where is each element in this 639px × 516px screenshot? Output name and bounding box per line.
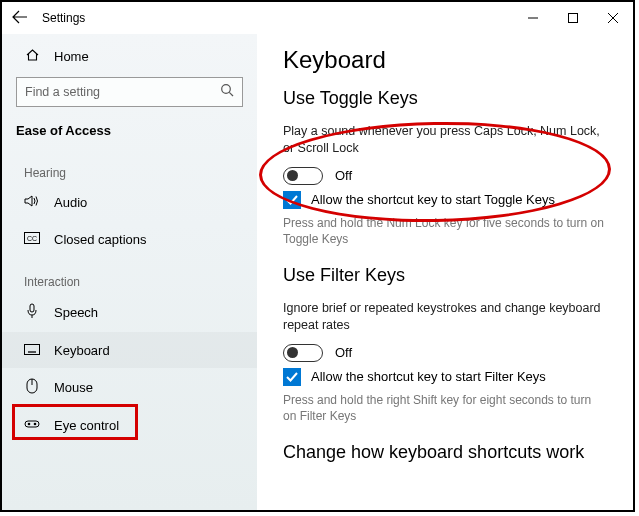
keyboard-icon — [24, 342, 40, 358]
title-bar: Settings — [2, 2, 633, 34]
toggle-keys-desc: Play a sound whenever you press Caps Loc… — [283, 123, 605, 157]
content-pane: Keyboard Use Toggle Keys Play a sound wh… — [257, 34, 633, 510]
mouse-icon — [24, 378, 40, 397]
svg-point-17 — [34, 423, 37, 426]
category-interaction: Interaction — [2, 257, 257, 293]
minimize-button[interactable] — [513, 2, 553, 34]
microphone-icon — [24, 303, 40, 322]
svg-rect-7 — [25, 345, 40, 355]
svg-text:CC: CC — [27, 235, 37, 242]
filter-keys-shortcut-label: Allow the shortcut key to start Filter K… — [311, 369, 546, 384]
svg-rect-6 — [30, 304, 34, 312]
sidebar: Home Find a setting Ease of Access Heari… — [2, 34, 257, 510]
svg-point-16 — [28, 423, 31, 426]
nav-item-label: Audio — [54, 195, 87, 210]
filter-keys-shortcut-row: Allow the shortcut key to start Filter K… — [283, 368, 605, 386]
filter-keys-desc: Ignore brief or repeated keystrokes and … — [283, 300, 605, 334]
svg-rect-1 — [569, 14, 578, 23]
home-icon — [24, 48, 40, 65]
nav-item-label: Eye control — [54, 418, 119, 433]
toggle-keys-state: Off — [335, 168, 352, 183]
maximize-button[interactable] — [553, 2, 593, 34]
closed-captions-icon: CC — [24, 231, 40, 247]
shortcuts-heading: Change how keyboard shortcuts work — [283, 442, 605, 463]
main-split: Home Find a setting Ease of Access Heari… — [2, 34, 633, 510]
filter-keys-state: Off — [335, 345, 352, 360]
search-placeholder: Find a setting — [25, 85, 100, 99]
filter-keys-switch-row: Off — [283, 344, 605, 362]
toggle-keys-shortcut-label: Allow the shortcut key to start Toggle K… — [311, 192, 555, 207]
toggle-keys-switch-row: Off — [283, 167, 605, 185]
filter-keys-heading: Use Filter Keys — [283, 265, 605, 286]
nav-item-label: Mouse — [54, 380, 93, 395]
search-input[interactable]: Find a setting — [16, 77, 243, 107]
toggle-keys-switch[interactable] — [283, 167, 323, 185]
nav-home[interactable]: Home — [2, 42, 257, 75]
nav-item-label: Keyboard — [54, 343, 110, 358]
filter-keys-shortcut-hint: Press and hold the right Shift key for e… — [283, 392, 605, 424]
toggle-keys-shortcut-hint: Press and hold the Num Lock key for five… — [283, 215, 605, 247]
window-controls — [513, 2, 633, 34]
nav-speech[interactable]: Speech — [2, 293, 257, 332]
category-hearing: Hearing — [2, 148, 257, 184]
filter-keys-shortcut-checkbox[interactable] — [283, 368, 301, 386]
nav-item-label: Closed captions — [54, 232, 147, 247]
eye-control-icon — [24, 417, 40, 433]
filter-keys-switch[interactable] — [283, 344, 323, 362]
back-icon[interactable] — [12, 10, 28, 27]
title-bar-left: Settings — [12, 10, 85, 27]
section-header: Ease of Access — [2, 117, 257, 148]
nav-home-label: Home — [54, 49, 89, 64]
toggle-keys-heading: Use Toggle Keys — [283, 88, 605, 109]
nav-mouse[interactable]: Mouse — [2, 368, 257, 407]
nav-keyboard[interactable]: Keyboard — [2, 332, 257, 368]
close-button[interactable] — [593, 2, 633, 34]
nav-closed-captions[interactable]: CC Closed captions — [2, 221, 257, 257]
settings-window: Settings Home Find a setting — [0, 0, 635, 512]
nav-audio[interactable]: Audio — [2, 184, 257, 221]
audio-icon — [24, 194, 40, 211]
search-icon — [220, 83, 234, 101]
nav-eye-control[interactable]: Eye control — [2, 407, 257, 443]
toggle-keys-shortcut-row: Allow the shortcut key to start Toggle K… — [283, 191, 605, 209]
svg-point-2 — [222, 85, 231, 94]
svg-line-3 — [229, 92, 233, 96]
window-title: Settings — [42, 11, 85, 25]
nav-item-label: Speech — [54, 305, 98, 320]
svg-rect-15 — [25, 421, 39, 427]
page-title: Keyboard — [283, 46, 605, 74]
toggle-keys-shortcut-checkbox[interactable] — [283, 191, 301, 209]
